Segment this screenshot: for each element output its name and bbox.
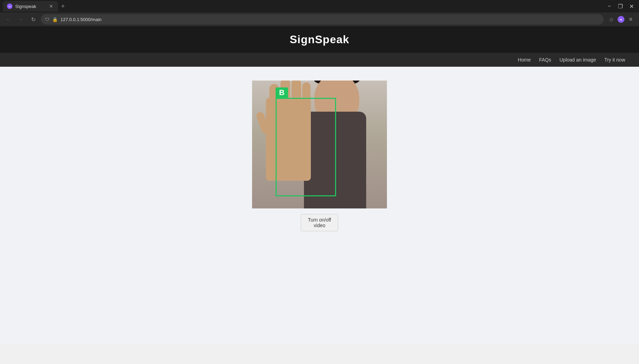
tab-title: Signspeak — [15, 4, 36, 9]
forward-button[interactable]: → — [16, 15, 26, 24]
site-title: SignSpeak — [0, 33, 639, 46]
website-content: SignSpeak Home FAQs Upload an image Try … — [0, 26, 639, 343]
tab-close-button[interactable]: ✕ — [48, 3, 54, 9]
site-nav: Home FAQs Upload an image Try it now — [0, 53, 639, 67]
person-body — [304, 112, 366, 208]
site-main: B Turn on/off video — [0, 67, 639, 343]
url-bar[interactable]: 🛡 🔒 127.0.0.1:5000/main — [41, 14, 604, 25]
active-tab[interactable]: ∞ Signspeak ✕ — [3, 1, 58, 11]
shield-icon: 🛡 — [45, 17, 49, 22]
close-button[interactable]: ✕ — [627, 1, 636, 11]
new-tab-button[interactable]: + — [58, 1, 68, 11]
finger-4 — [302, 82, 311, 110]
toggle-video-button[interactable]: Turn on/off video — [301, 214, 339, 231]
detection-label: B — [276, 87, 288, 98]
lock-icon: 🔒 — [52, 17, 58, 22]
hand-area — [266, 98, 311, 181]
address-bar: ← → ↻ 🛡 🔒 127.0.0.1:5000/main ☆ ∞ ≡ — [0, 12, 639, 26]
browser-chrome: ∞ Signspeak ✕ + − ❐ ✕ ← → ↻ 🛡 🔒 127.0.0.… — [0, 0, 639, 26]
tab-favicon: ∞ — [7, 3, 12, 9]
toolbar-right: ☆ ∞ ≡ — [606, 15, 636, 24]
thumb — [256, 111, 270, 135]
camera-background: B — [252, 81, 387, 208]
restore-button[interactable]: ❐ — [615, 1, 625, 11]
bookmark-button[interactable]: ☆ — [606, 15, 616, 24]
refresh-button[interactable]: ↻ — [28, 15, 38, 24]
back-button[interactable]: ← — [3, 15, 13, 24]
menu-button[interactable]: ≡ — [626, 15, 636, 24]
tab-bar: ∞ Signspeak ✕ + − ❐ ✕ — [0, 0, 639, 12]
window-controls: − ❐ ✕ — [604, 1, 636, 11]
extension-icon[interactable]: ∞ — [618, 16, 624, 23]
nav-faqs[interactable]: FAQs — [539, 57, 551, 63]
url-text: 127.0.0.1:5000/main — [61, 17, 600, 22]
video-feed: B — [252, 81, 387, 208]
video-container: B — [252, 81, 387, 208]
site-header: SignSpeak — [0, 26, 639, 53]
minimize-button[interactable]: − — [604, 1, 614, 11]
finger-3 — [291, 81, 301, 110]
nav-home[interactable]: Home — [518, 57, 531, 63]
nav-try-now[interactable]: Try it now — [604, 57, 625, 63]
nav-upload[interactable]: Upload an image — [559, 57, 596, 63]
